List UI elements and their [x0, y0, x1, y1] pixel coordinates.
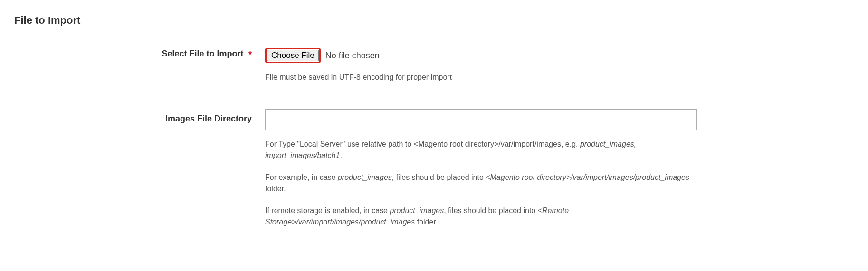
hint-em: <Magento root directory>/var/import/imag…: [486, 173, 689, 181]
choose-file-highlight: Choose File: [265, 48, 321, 63]
hint-text: .: [340, 151, 342, 159]
choose-file-button[interactable]: Choose File: [267, 50, 319, 61]
images-dir-input[interactable]: [265, 109, 697, 130]
hint-em: product_images: [390, 206, 444, 215]
images-dir-label: Images File Directory: [165, 114, 252, 123]
images-dir-label-col: Images File Directory: [14, 109, 257, 124]
images-dir-hint-p2: For example, in case product_images, fil…: [265, 172, 697, 195]
images-dir-control: For Type "Local Server" use relative pat…: [257, 109, 854, 238]
images-dir-field-row: Images File Directory For Type "Local Se…: [14, 109, 854, 238]
hint-text: , files should be placed into: [444, 206, 537, 215]
hint-text: folder.: [265, 185, 286, 193]
hint-text: , files should be placed into: [392, 173, 486, 181]
hint-text: For example, in case: [265, 173, 338, 181]
images-dir-hint-p1: For Type "Local Server" use relative pat…: [265, 139, 697, 161]
file-to-import-section: File to Import Select File to Import * C…: [0, 0, 868, 238]
hint-em: product_images: [338, 173, 392, 181]
section-title: File to Import: [14, 14, 854, 27]
required-asterisk: *: [248, 50, 252, 59]
file-picker: Choose File No file chosen: [265, 48, 697, 63]
images-dir-hint: For Type "Local Server" use relative pat…: [265, 139, 697, 228]
select-file-label: Select File to Import: [162, 49, 244, 58]
hint-text: If remote storage is enabled, in case: [265, 206, 390, 215]
select-file-control: Choose File No file chosen File must be …: [257, 48, 854, 83]
images-dir-hint-p3: If remote storage is enabled, in case pr…: [265, 205, 697, 228]
hint-text: folder.: [415, 218, 438, 226]
select-file-hint: File must be saved in UTF-8 encoding for…: [265, 72, 697, 83]
select-file-field-row: Select File to Import * Choose File No f…: [14, 48, 854, 83]
select-file-label-col: Select File to Import *: [14, 48, 257, 59]
no-file-chosen-text: No file chosen: [325, 51, 380, 61]
hint-text: For Type "Local Server" use relative pat…: [265, 140, 580, 148]
